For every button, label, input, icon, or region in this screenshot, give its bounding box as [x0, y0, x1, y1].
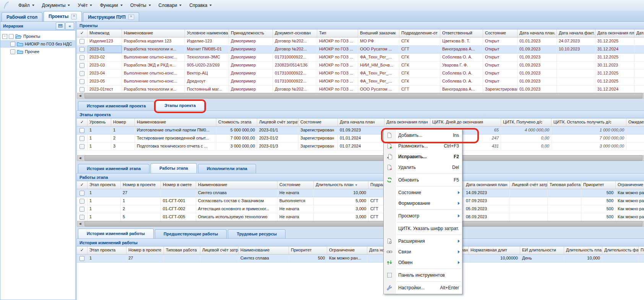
collapse-panel-button[interactable]: « [65, 22, 74, 30]
table-header-cell[interactable]: ЕИ длительности [520, 246, 564, 254]
table-row[interactable]: 127Синтез сплаваНе начата10,00014.09.202… [77, 189, 644, 197]
table-header-cell[interactable]: ЦИТК. Получено д/с [501, 118, 552, 126]
tab-labor-resources[interactable]: Трудовые ресурсы [228, 229, 286, 238]
table-header-cell[interactable]: Наименование [238, 246, 289, 254]
row-checkbox[interactable] [79, 87, 84, 92]
table-row[interactable]: 1201-СГТ-002Аттестация основного и приме… [77, 205, 644, 213]
table-header-cell[interactable]: Состояние [277, 181, 314, 189]
table-header-cell[interactable]: Дата окончания пл [595, 29, 634, 37]
tree-checkbox[interactable] [10, 49, 15, 54]
table-row[interactable]: 127Синтез сплава500Как можно ран...10,00… [77, 255, 644, 263]
table-header-cell[interactable]: Внешний заказчик [358, 29, 399, 37]
table-header-cell[interactable]: Подразделение-ис [639, 246, 644, 254]
view-options-icon[interactable] [56, 22, 65, 30]
menu-item-help[interactable]: Справка [185, 2, 216, 9]
table-header-cell[interactable]: Этап проекта [88, 181, 121, 189]
scroll-left-icon[interactable]: ◀ [77, 93, 83, 98]
scroll-left-icon[interactable]: ◀ [77, 221, 83, 226]
table-row[interactable]: 2023-01Разработка технологии и...Магнит … [77, 45, 644, 54]
table-row[interactable]: 2023-02Выполнение опытно-конс...Технолог… [77, 54, 644, 62]
row-checkbox[interactable] [79, 55, 84, 60]
projects-horizontal-scrollbar[interactable]: ◀ [77, 93, 644, 99]
table-header-cell[interactable]: Стоимость этапа [216, 118, 257, 126]
context-menu-item-settings[interactable]: Настройки...Alt+Enter [384, 282, 462, 293]
window-tab-desktop[interactable]: Рабочий стол [2, 12, 42, 21]
table-header-cell[interactable]: Лицевой счёт затр [510, 181, 548, 189]
context-menu-item-links[interactable]: Связи [384, 246, 462, 257]
tree-checkbox[interactable] [10, 42, 15, 47]
tab-project-history[interactable]: История изменений проекта [78, 101, 154, 110]
tree-checkbox[interactable] [9, 34, 14, 39]
table-header-cell[interactable]: Номер в проекте [121, 181, 161, 189]
select-all-header-cell[interactable]: ✓ [77, 246, 88, 254]
table-header-cell[interactable]: Дата окончания план [384, 118, 430, 126]
select-all-header-cell[interactable]: ✓ [77, 118, 88, 126]
table-row[interactable]: 2023-01тестРазработка технологии и...Пос… [77, 86, 644, 93]
tree-item-niokr-goz[interactable]: НИОКР по ГОЗ без НДС [0, 40, 75, 48]
row-checkbox[interactable] [79, 63, 84, 68]
scrollbar-thumb[interactable] [84, 93, 642, 99]
table-row[interactable]: 12Тестирование произведенной опыт...7 00… [77, 135, 644, 143]
select-all-header-cell[interactable]: ✓ [77, 181, 88, 189]
context-menu-item-formation[interactable]: Формирование [384, 198, 462, 209]
table-header-cell[interactable]: Наименование [196, 181, 277, 189]
table-row[interactable]: 13Подготовка технического отчета с ...3 … [77, 143, 644, 151]
menu-item-functions[interactable]: Функции [96, 2, 126, 9]
menu-item-file[interactable]: Файл [15, 2, 38, 9]
row-checkbox[interactable] [79, 47, 84, 52]
tab-preceding-works[interactable]: Предшествующие работы [155, 229, 227, 238]
table-row[interactable]: 1101-СГТ-001Согласовать состав с Заказчи… [77, 197, 644, 205]
context-menu-item-view[interactable]: Просмотр [384, 211, 462, 221]
context-menu-item-delete[interactable]: УдалитьDel [384, 162, 462, 173]
scroll-left-icon[interactable]: ◀ [77, 156, 83, 161]
table-row[interactable]: 2023-05Выполнение опытно-конс...Дредноут… [77, 78, 644, 86]
context-menu-item-duplicate[interactable]: Размножить...Ctrl+F3 [384, 141, 462, 151]
table-header-cell[interactable]: Наименование [135, 118, 216, 126]
tree-collapse-icon[interactable]: − [2, 34, 7, 39]
table-header-cell[interactable]: Ответственный [440, 29, 483, 37]
context-menu-item-extensions[interactable]: Расширения [384, 236, 462, 246]
table-header-cell[interactable]: Приоритет [289, 246, 327, 254]
window-tab-projects[interactable]: Проекты✕ [44, 11, 82, 21]
table-header-cell[interactable]: Длительность фак [602, 246, 639, 254]
stages-horizontal-scrollbar[interactable]: ◀ [77, 155, 644, 161]
table-header-cell[interactable]: Длительность пла [564, 246, 602, 254]
table-header-cell[interactable]: Ограничение [616, 181, 644, 189]
table-header-cell[interactable]: Подразделение-от [399, 29, 440, 37]
row-checkbox[interactable] [79, 256, 84, 261]
window-tab-pup-instructions[interactable]: Инструкции ПУП✕ [83, 12, 139, 21]
context-menu-item-toolbar-panel[interactable]: Панель инструментов [384, 270, 462, 281]
menu-item-accounting[interactable]: Учёт [74, 2, 96, 9]
table-header-cell[interactable]: Состояние [483, 29, 517, 37]
table-row[interactable]: 11Изготовление опытной партии ПМ0...5 00… [77, 126, 644, 135]
table-row[interactable]: 2023-04Выполнение опытно-конс...Вектор-А… [77, 70, 644, 78]
tree-item-projects-root[interactable]: −Проекты [0, 32, 75, 40]
select-all-header-cell[interactable]: ✓ [77, 29, 88, 37]
table-header-cell[interactable]: Типовая работа [548, 181, 581, 189]
table-header-cell[interactable]: Тип [317, 29, 358, 37]
table-header-cell[interactable]: Нормативная длит [469, 246, 520, 254]
scrollbar-thumb[interactable] [84, 155, 642, 161]
row-checkbox[interactable] [79, 215, 84, 220]
context-menu-item-exchange[interactable]: Обмен [384, 257, 462, 268]
context-menu-item-add[interactable]: Добавить...Ins [384, 130, 462, 141]
tab-stage-works[interactable]: Работы этапа [151, 163, 197, 173]
table-header-cell[interactable]: ЦИТК. Дней до окончания [430, 118, 501, 126]
table-header-cell[interactable]: Дата окончания план [464, 181, 510, 189]
row-checkbox[interactable] [79, 207, 84, 212]
table-header-cell[interactable]: Документ-основан [273, 29, 317, 37]
table-header-cell[interactable]: Дата окончания ф [634, 29, 644, 37]
close-tab-icon[interactable]: ✕ [71, 14, 77, 19]
table-header-cell[interactable]: Дата начала факт. [557, 29, 595, 37]
row-checkbox[interactable] [79, 39, 84, 44]
tree-item-other[interactable]: Прочее [0, 48, 75, 55]
table-header-cell[interactable]: Номер в смете [161, 181, 196, 189]
table-header-cell[interactable]: Дата начала план. [517, 29, 557, 37]
table-header-cell[interactable]: Наименование [122, 29, 185, 37]
table-header-cell[interactable]: Номер в проекте [127, 246, 164, 254]
tab-work-history[interactable]: История изменений работы [78, 229, 154, 238]
table-row[interactable]: 1501-СГТ-005Описать используемую техноло… [77, 213, 644, 221]
table-header-cell[interactable]: Типовая работа [164, 246, 200, 254]
table-row[interactable]: 2023-03Разработка ЭКД и РКД н...905-U020… [77, 62, 644, 70]
table-header-cell[interactable]: Уровень [88, 118, 111, 126]
